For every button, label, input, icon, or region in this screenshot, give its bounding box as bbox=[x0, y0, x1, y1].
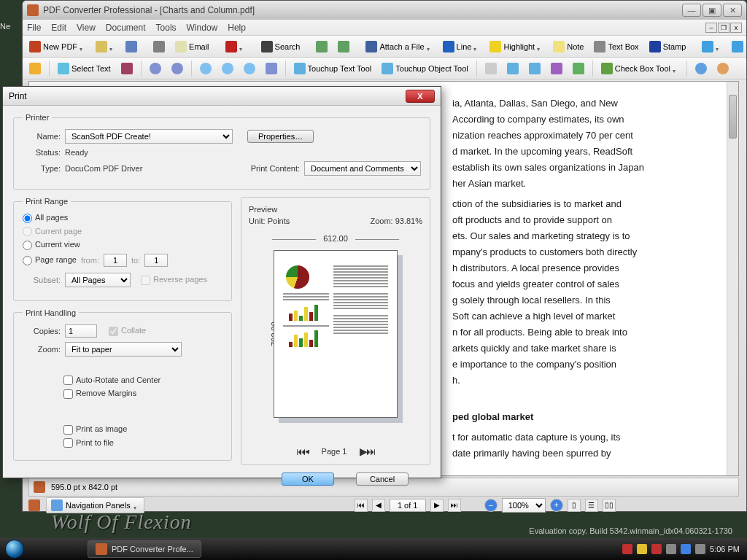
undo-button[interactable] bbox=[692, 61, 711, 77]
text-box-button[interactable]: Text Box bbox=[590, 39, 642, 55]
maximize-button[interactable]: ▣ bbox=[703, 4, 721, 17]
redo-button[interactable] bbox=[713, 61, 732, 77]
rotate-ccw-button[interactable] bbox=[312, 39, 331, 55]
volume-icon[interactable] bbox=[695, 544, 705, 554]
mdi-restore[interactable]: ❐ bbox=[718, 23, 729, 33]
movie-button[interactable] bbox=[547, 61, 566, 77]
menu-edit[interactable]: Edit bbox=[51, 23, 66, 33]
zoom-select[interactable]: 100% bbox=[502, 498, 546, 513]
first-page-button[interactable]: ⏮ bbox=[355, 499, 368, 512]
prev-page-button[interactable]: ◀ bbox=[372, 499, 385, 512]
properties-button[interactable]: Properties… bbox=[247, 130, 314, 143]
mdi-minimize[interactable]: – bbox=[705, 23, 717, 33]
check-box-tool-button[interactable]: Check Box Tool bbox=[597, 61, 682, 77]
menubar: File Edit View Document Tools Window Hel… bbox=[23, 20, 746, 36]
auto-rotate-check[interactable]: Auto-Rotate and Center bbox=[63, 376, 160, 384]
range-to-input[interactable] bbox=[144, 254, 168, 267]
touchup-text-button[interactable]: Touchup Text Tool bbox=[290, 61, 376, 77]
zoom-in-btn[interactable]: + bbox=[550, 499, 563, 512]
save-button[interactable] bbox=[122, 39, 141, 55]
form-button[interactable] bbox=[698, 39, 725, 55]
sound-button[interactable] bbox=[569, 61, 588, 77]
form2-button[interactable] bbox=[728, 39, 747, 55]
print-button[interactable] bbox=[150, 39, 169, 55]
menu-document[interactable]: Document bbox=[106, 23, 146, 33]
print-as-image-check[interactable]: Print as image bbox=[63, 424, 127, 433]
next-page-button[interactable]: ▶ bbox=[430, 499, 444, 512]
last-page-button[interactable]: ⏭ bbox=[448, 499, 461, 512]
tray-icon[interactable] bbox=[637, 544, 647, 554]
range-page-range-radio[interactable]: Page range bbox=[23, 255, 77, 265]
line-tool-button[interactable]: Line bbox=[439, 39, 484, 55]
preview-first-button[interactable]: ⏮◀ bbox=[296, 446, 309, 457]
next-view-button[interactable] bbox=[168, 61, 187, 77]
tray-icon[interactable] bbox=[666, 544, 676, 554]
menu-view[interactable]: View bbox=[77, 23, 96, 33]
prev-view-button[interactable] bbox=[146, 61, 165, 77]
clock[interactable]: 5:06 PM bbox=[710, 545, 740, 553]
dialog-close-button[interactable]: X bbox=[406, 90, 435, 103]
view-single[interactable]: ▯ bbox=[568, 499, 581, 512]
menu-window[interactable]: Window bbox=[187, 23, 218, 33]
snapshot-button[interactable] bbox=[117, 61, 136, 77]
pointer-button[interactable] bbox=[481, 61, 500, 77]
print-content-select[interactable]: Document and Comments bbox=[304, 161, 421, 176]
crop-button[interactable] bbox=[525, 61, 544, 77]
mdi-close[interactable]: x bbox=[730, 23, 742, 33]
zoom-out-btn[interactable]: – bbox=[484, 499, 498, 512]
windows-orb-icon bbox=[5, 540, 24, 559]
range-current-view-radio[interactable]: Current view bbox=[23, 240, 80, 249]
range-all-radio[interactable]: All pages bbox=[23, 213, 68, 222]
start-button[interactable] bbox=[0, 538, 29, 560]
rotate-cw-button[interactable] bbox=[334, 39, 353, 55]
close-button[interactable]: ✕ bbox=[723, 4, 742, 17]
remove-margins-check[interactable]: Remove Margins bbox=[63, 389, 136, 397]
select-text-button[interactable]: Select Text bbox=[54, 61, 115, 77]
vertical-scrollbar[interactable] bbox=[727, 82, 738, 475]
titlebar[interactable]: PDF Converter Professional - [Charts and… bbox=[23, 1, 746, 20]
zoom-in-button[interactable] bbox=[196, 61, 215, 77]
loupe-button[interactable] bbox=[262, 61, 281, 77]
menu-help[interactable]: Help bbox=[228, 23, 246, 33]
dialog-titlebar[interactable]: Print X bbox=[3, 87, 441, 106]
page-input[interactable] bbox=[390, 499, 426, 512]
minimize-button[interactable]: — bbox=[682, 4, 701, 17]
copies-input[interactable] bbox=[65, 324, 97, 338]
print-to-file-check[interactable]: Print to file bbox=[63, 438, 114, 447]
preview-width: 612.00 bbox=[323, 234, 348, 243]
open-button[interactable] bbox=[92, 39, 119, 55]
tray-icon[interactable] bbox=[622, 544, 632, 554]
print-handling-group: Print Handling Copies: Collate Zoom: Fit… bbox=[13, 308, 232, 461]
ok-button[interactable]: OK bbox=[282, 472, 334, 486]
view-facing[interactable]: ▯▯ bbox=[603, 499, 616, 512]
tray-icon[interactable] bbox=[651, 544, 662, 554]
view-cont[interactable]: ☰ bbox=[585, 499, 598, 512]
zoom-dyn-button[interactable] bbox=[240, 61, 259, 77]
new-pdf-button[interactable]: New PDF bbox=[26, 39, 89, 55]
zoom-out-button[interactable] bbox=[218, 61, 237, 77]
email-button[interactable]: Email bbox=[171, 39, 213, 55]
zoom-mode-select[interactable]: Fit to paper bbox=[65, 342, 182, 357]
menu-tools[interactable]: Tools bbox=[156, 23, 177, 33]
search-button[interactable]: Search bbox=[258, 39, 304, 55]
reverse-pages-check: Reverse pages bbox=[141, 275, 207, 285]
touchup-object-button[interactable]: Touchup Object Tool bbox=[378, 61, 471, 77]
subset-select[interactable]: All Pages bbox=[65, 273, 131, 287]
hand-tool-button[interactable] bbox=[26, 61, 44, 77]
bar-chart-icon bbox=[289, 330, 329, 347]
printer-name-select[interactable]: ScanSoft PDF Create! bbox=[65, 129, 233, 144]
preview-last-button[interactable]: ▶⏭ bbox=[360, 446, 375, 457]
convert-button[interactable] bbox=[222, 39, 249, 55]
range-from-input[interactable] bbox=[104, 254, 127, 267]
toolbar-main: New PDF Email Search Attach a File Line … bbox=[23, 36, 746, 58]
link-button[interactable] bbox=[503, 61, 522, 77]
note-button[interactable]: Note bbox=[549, 39, 587, 55]
highlight-button[interactable]: Highlight bbox=[486, 39, 546, 55]
taskbar-app-button[interactable]: PDF Converter Profe... bbox=[88, 540, 201, 558]
stamp-button[interactable]: Stamp bbox=[646, 39, 690, 55]
menu-file[interactable]: File bbox=[27, 23, 41, 33]
system-tray[interactable]: 5:06 PM bbox=[622, 544, 747, 554]
network-icon[interactable] bbox=[681, 544, 691, 554]
attach-file-button[interactable]: Attach a File bbox=[362, 39, 436, 55]
cancel-button[interactable]: Cancel bbox=[356, 472, 409, 486]
